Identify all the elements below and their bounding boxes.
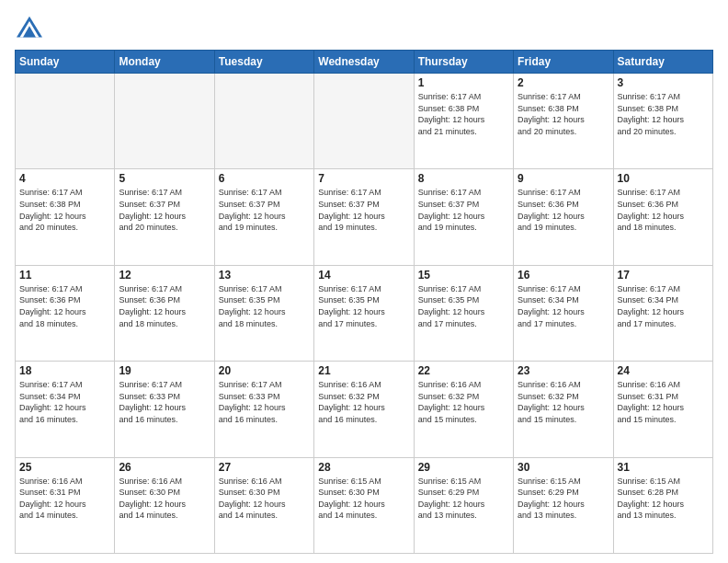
calendar-day-cell: 28Sunrise: 6:15 AM Sunset: 6:30 PM Dayli…	[314, 457, 414, 553]
day-number: 6	[219, 172, 310, 185]
calendar-week-row: 11Sunrise: 6:17 AM Sunset: 6:36 PM Dayli…	[16, 265, 713, 361]
day-number: 27	[219, 461, 310, 474]
calendar-day-cell: 22Sunrise: 6:16 AM Sunset: 6:32 PM Dayli…	[414, 362, 513, 457]
day-info: Sunrise: 6:17 AM Sunset: 6:38 PM Dayligh…	[618, 91, 709, 137]
day-info: Sunrise: 6:17 AM Sunset: 6:34 PM Dayligh…	[618, 283, 709, 329]
day-info: Sunrise: 6:16 AM Sunset: 6:31 PM Dayligh…	[19, 476, 110, 522]
day-number: 8	[418, 172, 509, 185]
calendar-day-cell: 15Sunrise: 6:17 AM Sunset: 6:35 PM Dayli…	[414, 265, 513, 361]
weekday-header-friday: Friday	[514, 51, 613, 74]
day-number: 23	[518, 364, 609, 377]
logo-icon	[15, 15, 44, 40]
calendar-day-cell: 2Sunrise: 6:17 AM Sunset: 6:38 PM Daylig…	[514, 74, 613, 169]
empty-cell	[314, 74, 414, 169]
calendar-day-cell: 6Sunrise: 6:17 AM Sunset: 6:37 PM Daylig…	[214, 169, 313, 265]
calendar-day-cell: 24Sunrise: 6:16 AM Sunset: 6:31 PM Dayli…	[613, 362, 712, 457]
empty-cell	[115, 74, 214, 169]
day-number: 26	[119, 461, 210, 474]
day-number: 25	[19, 461, 110, 474]
day-number: 17	[618, 269, 709, 282]
calendar-day-cell: 13Sunrise: 6:17 AM Sunset: 6:35 PM Dayli…	[214, 265, 313, 361]
day-number: 13	[219, 269, 310, 282]
day-number: 29	[418, 461, 509, 474]
day-info: Sunrise: 6:17 AM Sunset: 6:33 PM Dayligh…	[119, 379, 210, 425]
day-number: 9	[518, 172, 609, 185]
calendar-day-cell: 12Sunrise: 6:17 AM Sunset: 6:36 PM Dayli…	[115, 265, 214, 361]
empty-cell	[16, 74, 115, 169]
day-number: 2	[518, 76, 609, 89]
day-number: 16	[518, 269, 609, 282]
day-info: Sunrise: 6:15 AM Sunset: 6:29 PM Dayligh…	[518, 476, 609, 522]
day-number: 15	[418, 269, 509, 282]
calendar-day-cell: 31Sunrise: 6:15 AM Sunset: 6:28 PM Dayli…	[613, 457, 712, 553]
day-number: 30	[518, 461, 609, 474]
weekday-header-tuesday: Tuesday	[214, 51, 313, 74]
calendar-day-cell: 4Sunrise: 6:17 AM Sunset: 6:38 PM Daylig…	[16, 169, 115, 265]
calendar-day-cell: 9Sunrise: 6:17 AM Sunset: 6:36 PM Daylig…	[514, 169, 613, 265]
day-number: 22	[418, 364, 509, 377]
day-info: Sunrise: 6:16 AM Sunset: 6:30 PM Dayligh…	[219, 476, 310, 522]
day-info: Sunrise: 6:17 AM Sunset: 6:37 PM Dayligh…	[119, 187, 210, 233]
day-number: 7	[318, 172, 409, 185]
page: SundayMondayTuesdayWednesdayThursdayFrid…	[0, 0, 728, 563]
day-number: 10	[618, 172, 709, 185]
weekday-header-row: SundayMondayTuesdayWednesdayThursdayFrid…	[16, 51, 713, 74]
day-number: 19	[119, 364, 210, 377]
empty-cell	[214, 74, 313, 169]
day-info: Sunrise: 6:16 AM Sunset: 6:32 PM Dayligh…	[318, 379, 409, 425]
day-number: 11	[19, 269, 110, 282]
day-number: 21	[318, 364, 409, 377]
day-number: 31	[618, 461, 709, 474]
day-info: Sunrise: 6:16 AM Sunset: 6:30 PM Dayligh…	[119, 476, 210, 522]
calendar-day-cell: 18Sunrise: 6:17 AM Sunset: 6:34 PM Dayli…	[16, 362, 115, 457]
day-info: Sunrise: 6:17 AM Sunset: 6:35 PM Dayligh…	[418, 283, 509, 329]
calendar-day-cell: 19Sunrise: 6:17 AM Sunset: 6:33 PM Dayli…	[115, 362, 214, 457]
day-info: Sunrise: 6:16 AM Sunset: 6:31 PM Dayligh…	[618, 379, 709, 425]
calendar-day-cell: 29Sunrise: 6:15 AM Sunset: 6:29 PM Dayli…	[414, 457, 513, 553]
day-info: Sunrise: 6:17 AM Sunset: 6:36 PM Dayligh…	[19, 283, 110, 329]
calendar-week-row: 25Sunrise: 6:16 AM Sunset: 6:31 PM Dayli…	[16, 457, 713, 553]
day-info: Sunrise: 6:17 AM Sunset: 6:38 PM Dayligh…	[418, 91, 509, 137]
day-info: Sunrise: 6:17 AM Sunset: 6:38 PM Dayligh…	[518, 91, 609, 137]
calendar-week-row: 4Sunrise: 6:17 AM Sunset: 6:38 PM Daylig…	[16, 169, 713, 265]
day-info: Sunrise: 6:15 AM Sunset: 6:30 PM Dayligh…	[318, 476, 409, 522]
day-number: 28	[318, 461, 409, 474]
calendar-day-cell: 8Sunrise: 6:17 AM Sunset: 6:37 PM Daylig…	[414, 169, 513, 265]
day-number: 4	[19, 172, 110, 185]
weekday-header-thursday: Thursday	[414, 51, 513, 74]
calendar-day-cell: 10Sunrise: 6:17 AM Sunset: 6:36 PM Dayli…	[613, 169, 712, 265]
day-number: 1	[418, 76, 509, 89]
calendar-day-cell: 14Sunrise: 6:17 AM Sunset: 6:35 PM Dayli…	[314, 265, 414, 361]
calendar-day-cell: 20Sunrise: 6:17 AM Sunset: 6:33 PM Dayli…	[214, 362, 313, 457]
day-number: 18	[19, 364, 110, 377]
day-info: Sunrise: 6:17 AM Sunset: 6:36 PM Dayligh…	[518, 187, 609, 233]
day-info: Sunrise: 6:15 AM Sunset: 6:28 PM Dayligh…	[618, 476, 709, 522]
day-info: Sunrise: 6:16 AM Sunset: 6:32 PM Dayligh…	[518, 379, 609, 425]
calendar-day-cell: 11Sunrise: 6:17 AM Sunset: 6:36 PM Dayli…	[16, 265, 115, 361]
day-info: Sunrise: 6:17 AM Sunset: 6:37 PM Dayligh…	[318, 187, 409, 233]
day-info: Sunrise: 6:17 AM Sunset: 6:36 PM Dayligh…	[119, 283, 210, 329]
day-number: 5	[119, 172, 210, 185]
calendar-day-cell: 25Sunrise: 6:16 AM Sunset: 6:31 PM Dayli…	[16, 457, 115, 553]
calendar-week-row: 18Sunrise: 6:17 AM Sunset: 6:34 PM Dayli…	[16, 362, 713, 457]
calendar-day-cell: 21Sunrise: 6:16 AM Sunset: 6:32 PM Dayli…	[314, 362, 414, 457]
day-info: Sunrise: 6:17 AM Sunset: 6:38 PM Dayligh…	[19, 187, 110, 233]
weekday-header-monday: Monday	[115, 51, 214, 74]
header	[15, 15, 713, 40]
logo	[15, 15, 48, 40]
day-info: Sunrise: 6:17 AM Sunset: 6:35 PM Dayligh…	[318, 283, 409, 329]
day-info: Sunrise: 6:17 AM Sunset: 6:34 PM Dayligh…	[518, 283, 609, 329]
day-info: Sunrise: 6:15 AM Sunset: 6:29 PM Dayligh…	[418, 476, 509, 522]
day-number: 12	[119, 269, 210, 282]
calendar-day-cell: 16Sunrise: 6:17 AM Sunset: 6:34 PM Dayli…	[514, 265, 613, 361]
calendar-week-row: 1Sunrise: 6:17 AM Sunset: 6:38 PM Daylig…	[16, 74, 713, 169]
calendar-day-cell: 23Sunrise: 6:16 AM Sunset: 6:32 PM Dayli…	[514, 362, 613, 457]
calendar-day-cell: 5Sunrise: 6:17 AM Sunset: 6:37 PM Daylig…	[115, 169, 214, 265]
day-number: 3	[618, 76, 709, 89]
day-info: Sunrise: 6:16 AM Sunset: 6:32 PM Dayligh…	[418, 379, 509, 425]
weekday-header-sunday: Sunday	[16, 51, 115, 74]
calendar-day-cell: 3Sunrise: 6:17 AM Sunset: 6:38 PM Daylig…	[613, 74, 712, 169]
day-info: Sunrise: 6:17 AM Sunset: 6:33 PM Dayligh…	[219, 379, 310, 425]
day-info: Sunrise: 6:17 AM Sunset: 6:37 PM Dayligh…	[418, 187, 509, 233]
weekday-header-saturday: Saturday	[613, 51, 712, 74]
